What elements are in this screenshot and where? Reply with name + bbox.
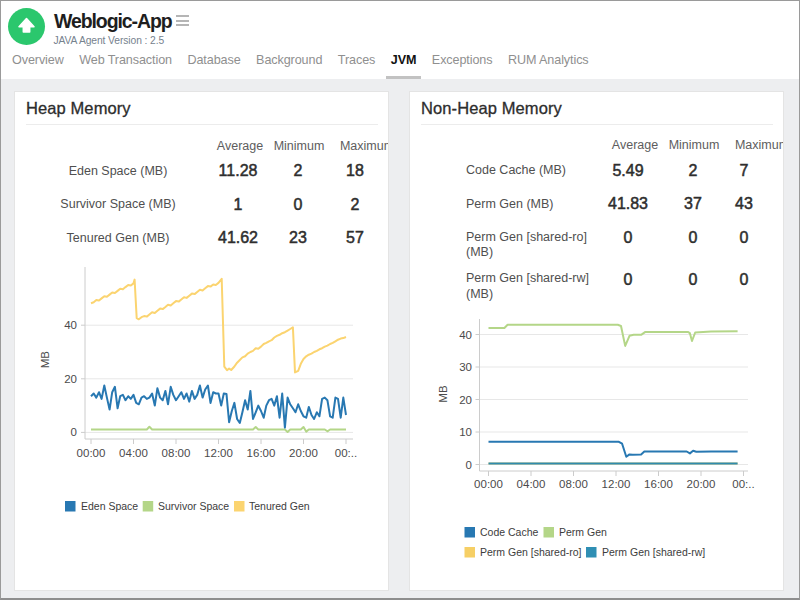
svg-text:MB: MB [437, 385, 449, 403]
svg-text:00:..: 00:.. [732, 478, 754, 490]
svg-text:10: 10 [459, 426, 472, 438]
svg-text:0: 0 [71, 426, 77, 438]
svg-text:20: 20 [459, 394, 472, 406]
svg-text:00:..: 00:.. [335, 447, 357, 459]
svg-text:Perm Gen: Perm Gen [559, 526, 607, 538]
svg-text:0: 0 [466, 459, 472, 471]
svg-text:00:00: 00:00 [474, 478, 503, 490]
svg-text:Survivor Space: Survivor Space [158, 500, 229, 512]
svg-text:04:00: 04:00 [119, 447, 148, 459]
svg-text:12:00: 12:00 [602, 478, 631, 490]
svg-text:Code Cache: Code Cache [480, 526, 539, 538]
svg-text:04:00: 04:00 [517, 478, 546, 490]
svg-text:20: 20 [64, 373, 77, 385]
svg-text:20:00: 20:00 [687, 478, 716, 490]
svg-text:30: 30 [459, 361, 472, 373]
svg-text:Eden Space: Eden Space [81, 500, 138, 512]
svg-text:Perm Gen [shared-rw]: Perm Gen [shared-rw] [602, 546, 705, 558]
svg-text:16:00: 16:00 [644, 478, 673, 490]
svg-text:MB: MB [39, 351, 51, 369]
svg-text:16:00: 16:00 [247, 447, 276, 459]
svg-text:Tenured Gen: Tenured Gen [249, 500, 310, 512]
svg-text:20:00: 20:00 [289, 447, 318, 459]
svg-text:40: 40 [64, 319, 77, 331]
svg-text:40: 40 [459, 329, 472, 341]
svg-text:Perm Gen [shared-ro]: Perm Gen [shared-ro] [480, 546, 582, 558]
svg-text:00:00: 00:00 [77, 447, 106, 459]
svg-text:08:00: 08:00 [162, 447, 191, 459]
svg-text:08:00: 08:00 [559, 478, 588, 490]
svg-text:12:00: 12:00 [204, 447, 233, 459]
